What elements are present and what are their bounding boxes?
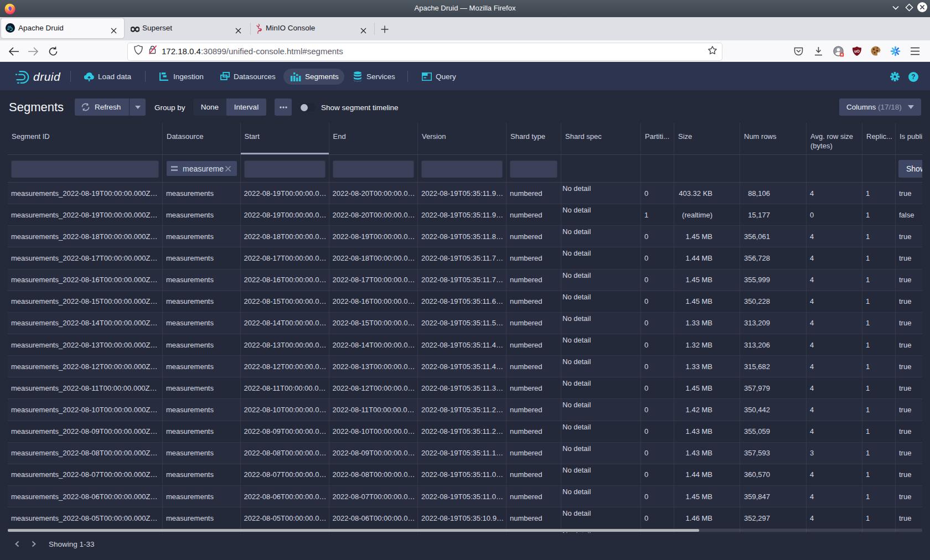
svg-text:uO: uO [854, 49, 860, 53]
svg-text:?: ? [911, 73, 915, 81]
